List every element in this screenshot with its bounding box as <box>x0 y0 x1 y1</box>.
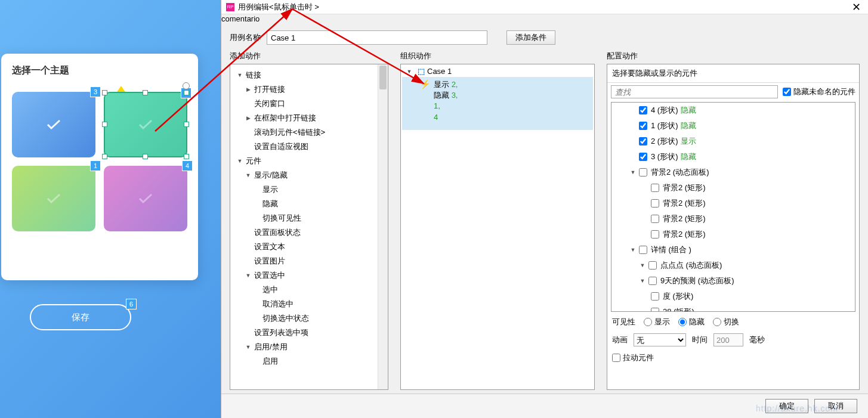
drag-checkbox[interactable]: 拉动元件 <box>612 352 854 363</box>
actions-tree[interactable]: 链接打开链接关闭窗口在框架中打开链接滚动到元件<锚链接>设置自适应视图元件显示/… <box>230 64 388 390</box>
search-input[interactable] <box>611 85 778 98</box>
action-tree-item[interactable]: 滚动到元件<锚链接> <box>233 125 385 140</box>
hide-unnamed-checkbox[interactable]: 隐藏未命名的元件 <box>783 86 855 97</box>
resize-handle[interactable] <box>102 122 107 127</box>
widget-checkbox[interactable] <box>651 292 659 301</box>
check-icon <box>47 193 61 204</box>
widget-row[interactable]: 度 (形状) <box>611 289 855 304</box>
chevron-down-icon[interactable] <box>639 262 646 268</box>
add-condition-button[interactable]: 添加条件 <box>506 30 555 45</box>
tree-label: 显示/隐藏 <box>254 170 288 181</box>
widget-checkbox[interactable] <box>648 277 657 285</box>
widget-row[interactable]: 背景2 (矩形) <box>611 211 855 227</box>
radio-hide[interactable]: 隐藏 <box>678 317 705 327</box>
widget-row[interactable]: 3 (形状)隐藏 <box>611 149 855 165</box>
widget-checkbox[interactable] <box>639 122 647 130</box>
action-tree-item[interactable]: 取消选中 <box>233 297 385 311</box>
action-tree-item[interactable]: 选中 <box>233 283 385 297</box>
radio-show[interactable]: 显示 <box>644 317 670 327</box>
chevron-down-icon[interactable] <box>236 72 243 78</box>
widget-checkbox[interactable] <box>639 106 647 114</box>
widget-checkbox[interactable] <box>651 230 659 239</box>
widget-row[interactable]: 1 (形状)隐藏 <box>611 118 855 134</box>
case-list[interactable]: ⬚ Case 1 ⚡ 显示 2, 隐藏 3, 1, 4 <box>400 64 595 390</box>
action-tree-item[interactable]: 隐藏 <box>233 197 385 211</box>
action-tree-item[interactable]: 链接 <box>233 68 385 82</box>
action-tree-item[interactable]: 显示/隐藏 <box>233 168 385 182</box>
chevron-down-icon[interactable] <box>406 69 413 75</box>
widget-row[interactable]: 2 (形状)显示 <box>611 134 855 149</box>
action-tree-item[interactable]: 设置选中 <box>233 268 385 283</box>
widget-row[interactable]: 点点点 (动态面板) <box>611 258 855 273</box>
chevron-down-icon[interactable] <box>629 247 637 253</box>
widget-list[interactable]: 4 (形状)隐藏1 (形状)隐藏2 (形状)显示3 (形状)隐藏背景2 (动态面… <box>611 102 855 312</box>
resize-handle[interactable] <box>184 90 189 95</box>
action-tree-item[interactable]: 启用 <box>233 354 385 369</box>
theme-tile-1[interactable]: 3 <box>12 92 95 157</box>
action-tree-item[interactable]: 启用/禁用 <box>233 340 385 354</box>
chevron-down-icon[interactable] <box>245 273 252 278</box>
action-tree-item[interactable]: 显示 <box>233 182 385 197</box>
action-tree-item[interactable]: 切换选中状态 <box>233 311 385 326</box>
widget-checkbox[interactable] <box>651 184 659 192</box>
widget-checkbox[interactable] <box>639 246 647 254</box>
tree-label: 元件 <box>246 156 261 166</box>
widget-checkbox[interactable] <box>639 168 647 177</box>
action-tree-item[interactable]: 设置自适应视图 <box>233 140 385 154</box>
chevron-down-icon[interactable] <box>629 169 637 175</box>
resize-handle[interactable] <box>102 154 107 159</box>
close-icon[interactable]: ✕ <box>850 1 863 14</box>
widget-checkbox[interactable] <box>651 215 659 223</box>
widget-row[interactable]: 背景2 (矩形) <box>611 180 855 196</box>
connector-icon[interactable] <box>117 86 125 92</box>
case-action[interactable]: ⚡ 显示 2, 隐藏 3, 1, 4 <box>402 77 593 130</box>
action-tree-item[interactable]: 设置图片 <box>233 254 385 268</box>
widget-row[interactable]: 背景2 (矩形) <box>611 196 855 211</box>
save-button[interactable]: 保存 <box>30 304 131 330</box>
widget-checkbox[interactable] <box>639 137 647 145</box>
action-tree-item[interactable]: 设置面板状态 <box>233 225 385 240</box>
widget-checkbox[interactable] <box>651 308 659 312</box>
theme-tile-2-selected[interactable]: 2 <box>104 92 187 157</box>
chevron-down-icon[interactable] <box>236 158 243 164</box>
action-tree-item[interactable]: 设置文本 <box>233 240 385 254</box>
hide-unnamed-input[interactable] <box>783 88 791 96</box>
chevron-down-icon[interactable] <box>639 278 646 284</box>
chevron-down-icon[interactable] <box>245 172 252 178</box>
theme-tile-3[interactable]: 1 <box>12 166 95 231</box>
anim-select[interactable]: 无 <box>634 333 686 346</box>
action-tree-item[interactable]: 在框架中打开链接 <box>233 111 385 125</box>
widget-checkbox[interactable] <box>639 153 647 161</box>
scrollbar[interactable] <box>378 64 388 389</box>
resize-handle[interactable] <box>143 154 148 159</box>
widget-row[interactable]: 9天的预测 (动态面板) <box>611 273 855 289</box>
drag-input[interactable] <box>612 354 620 362</box>
chevron-down-icon[interactable] <box>245 344 252 350</box>
widget-checkbox[interactable] <box>651 199 659 208</box>
chevron-right-icon[interactable] <box>245 115 252 121</box>
time-input[interactable] <box>713 333 743 346</box>
action-tree-item[interactable]: 设置列表选中项 <box>233 326 385 340</box>
resize-handle[interactable] <box>184 122 189 127</box>
chevron-right-icon[interactable] <box>245 86 252 92</box>
action-tree-item[interactable]: 切换可见性 <box>233 211 385 225</box>
resize-handle[interactable] <box>102 90 107 95</box>
tree-label: 在框架中打开链接 <box>254 113 316 123</box>
time-unit: 毫秒 <box>749 335 765 345</box>
widget-row[interactable]: 详情 (组合 ) <box>611 242 855 258</box>
widget-row[interactable]: 4 (形状)隐藏 <box>611 103 855 118</box>
widget-row[interactable]: 背景2 (矩形) <box>611 227 855 242</box>
action-tree-item[interactable]: 打开链接 <box>233 82 385 97</box>
widget-checkbox[interactable] <box>648 261 657 270</box>
action-tree-item[interactable]: 关闭窗口 <box>233 97 385 111</box>
rotate-handle[interactable] <box>183 82 190 89</box>
case-name-input[interactable] <box>267 30 487 45</box>
resize-handle[interactable] <box>143 90 148 95</box>
action-tree-item[interactable]: 元件 <box>233 154 385 168</box>
widget-row[interactable]: 28 (矩形) <box>611 304 855 312</box>
case-head[interactable]: ⬚ Case 1 <box>402 66 593 77</box>
resize-handle[interactable] <box>184 154 189 159</box>
theme-tile-4[interactable]: 4 <box>104 166 187 231</box>
widget-row[interactable]: 背景2 (动态面板) <box>611 165 855 180</box>
radio-toggle[interactable]: 切换 <box>713 317 739 327</box>
